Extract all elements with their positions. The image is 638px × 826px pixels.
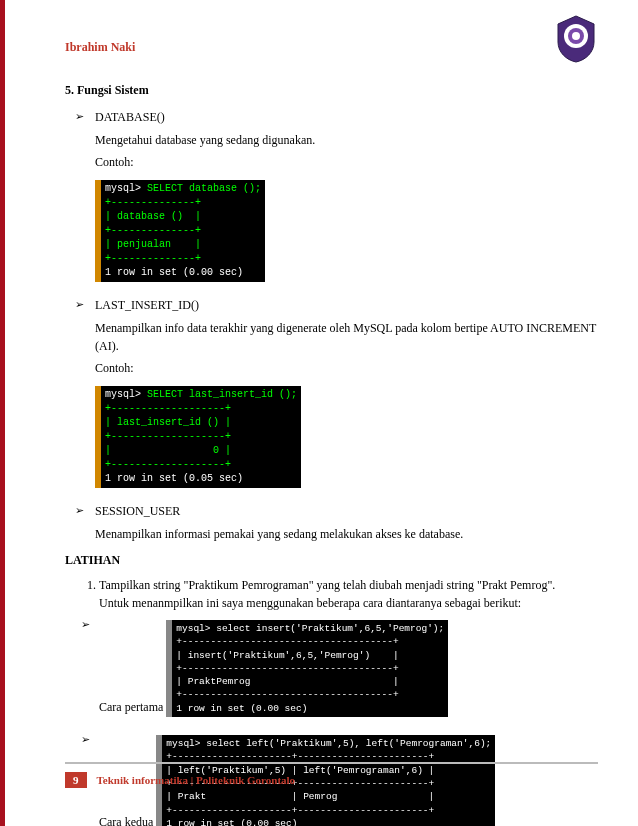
fn-label: Contoh:	[95, 361, 598, 376]
latihan-item: Tampilkan string "Praktikum Pemrograman"…	[99, 576, 598, 826]
fn-desc: Mengetahui database yang sedang digunaka…	[95, 131, 598, 149]
terminal-output: mysql> select insert('Praktikum',6,5,'Pe…	[166, 620, 448, 717]
fn-name: DATABASE()	[95, 110, 598, 125]
author-name: Ibrahim Naki	[65, 40, 598, 55]
function-list: DATABASE() Mengetahui database yang seda…	[65, 110, 598, 543]
fn-desc: Menampilkan info data terakhir yang dige…	[95, 319, 598, 355]
footer-text: Teknik informatika | Politeknik Gorontal…	[97, 774, 296, 786]
section-number: 5.	[65, 83, 74, 97]
section-title-text: Fungsi Sistem	[77, 83, 149, 97]
fn-desc: Menampilkan informasi pemakai yang sedan…	[95, 525, 598, 543]
fn-name: LAST_INSERT_ID()	[95, 298, 598, 313]
function-item: SESSION_USER Menampilkan informasi pemak…	[95, 504, 598, 543]
latihan-heading: LATIHAN	[65, 553, 598, 568]
methods-list: Cara pertama mysql> select insert('Prakt…	[99, 616, 598, 826]
institution-logo	[554, 14, 598, 64]
method-label: Cara kedua	[99, 815, 153, 826]
section-heading: 5. Fungsi Sistem	[65, 83, 598, 98]
function-item: LAST_INSERT_ID() Menampilkan info data t…	[95, 298, 598, 498]
page-number: 9	[65, 772, 87, 788]
method-label: Cara pertama	[99, 700, 163, 714]
function-item: DATABASE() Mengetahui database yang seda…	[95, 110, 598, 292]
page-footer: 9 Teknik informatika | Politeknik Goront…	[65, 762, 598, 788]
fn-label: Contoh:	[95, 155, 598, 170]
terminal-output: mysql> SELECT database (); +------------…	[95, 180, 265, 282]
fn-name: SESSION_USER	[95, 504, 598, 519]
method-item: Cara pertama mysql> select insert('Prakt…	[99, 616, 598, 727]
latihan-item-text: Tampilkan string "Praktikum Pemrograman"…	[99, 578, 555, 592]
terminal-output: mysql> SELECT last_insert_id (); +------…	[95, 386, 301, 488]
latihan-item-note: Untuk menanmpilkan ini saya menggunakan …	[99, 596, 521, 610]
latihan-list: Tampilkan string "Praktikum Pemrograman"…	[65, 576, 598, 826]
svg-point-2	[572, 32, 580, 40]
